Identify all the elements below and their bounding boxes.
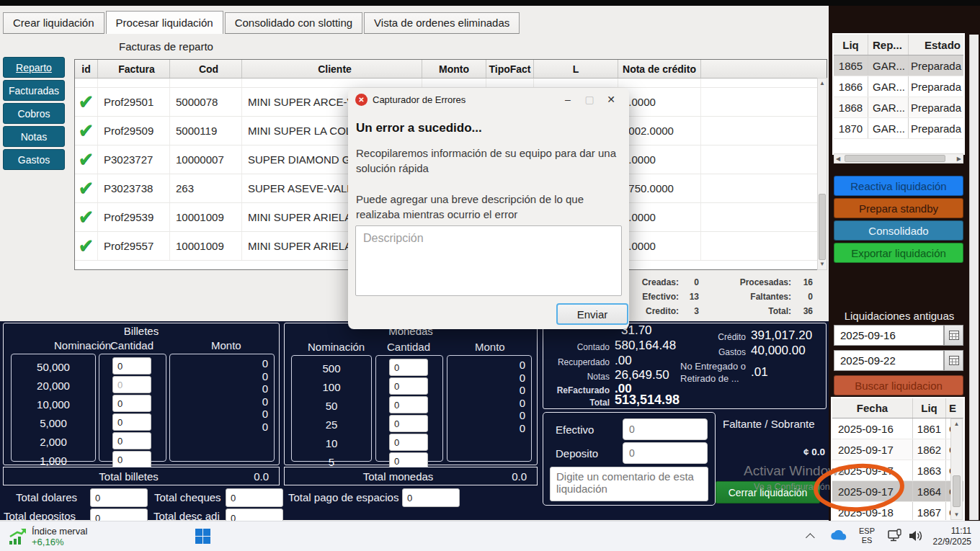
monedas-cantidad-input[interactable] bbox=[389, 359, 428, 376]
col-header-liq[interactable]: Liq bbox=[834, 35, 868, 55]
billetes-cantidad-input[interactable] bbox=[112, 451, 151, 468]
col-header-cod[interactable]: Cod bbox=[170, 60, 242, 78]
scroll-right-icon[interactable]: ▶ bbox=[957, 156, 961, 163]
tab-ordenes-eliminadas[interactable]: Vista de ordenes eliminadas bbox=[364, 12, 520, 34]
cell-nota-credito: 0.0000 bbox=[618, 232, 701, 260]
creadas-label: Creadas: bbox=[634, 277, 679, 287]
calendar-to-button[interactable] bbox=[944, 350, 963, 371]
exportar-liquidacion-button[interactable]: Exportar liquidación bbox=[834, 243, 963, 263]
monedas-cantidad-input[interactable] bbox=[389, 377, 428, 395]
maximize-icon[interactable]: ▢ bbox=[579, 94, 600, 105]
tab-crear-liquidacion[interactable]: Crear liquidación bbox=[3, 12, 104, 34]
col-header-cliente[interactable]: Cliente bbox=[242, 60, 422, 78]
tab-procesar-liquidacion[interactable]: Procesar liquidación bbox=[106, 11, 223, 34]
clock-date[interactable]: 11:11 22/9/2025 bbox=[928, 526, 971, 547]
monedas-cantidad-input[interactable] bbox=[389, 396, 428, 413]
window-right-scrollbar[interactable] bbox=[969, 35, 979, 520]
buscar-liquidacion-button[interactable]: Buscar liquidacion bbox=[834, 375, 963, 395]
sidebar-item-gastos[interactable]: Gastos bbox=[3, 149, 65, 170]
scrollbar-thumb[interactable] bbox=[953, 475, 961, 507]
scroll-up-icon[interactable]: ▲ bbox=[951, 421, 962, 428]
sidebar-item-notas[interactable]: Notas bbox=[3, 126, 65, 147]
start-button[interactable] bbox=[192, 525, 213, 547]
col-header-estado[interactable]: Estado bbox=[909, 35, 963, 55]
table-vertical-scrollbar[interactable]: ▲ ▼ bbox=[817, 78, 827, 270]
enviar-button[interactable]: Enviar bbox=[556, 303, 628, 325]
monedas-cantidad-input[interactable] bbox=[389, 434, 428, 451]
scrollbar-thumb[interactable] bbox=[845, 155, 945, 162]
cell-liq: 1867 bbox=[913, 502, 946, 520]
col-header-nota-credito[interactable]: Nota de crédito bbox=[618, 60, 701, 78]
tab-consolidado-slotting[interactable]: Consolidado con slotting bbox=[225, 12, 362, 34]
total-cheques-input[interactable] bbox=[226, 488, 283, 507]
col-header-rep[interactable]: Rep... bbox=[868, 35, 909, 55]
close-icon[interactable]: ✕ bbox=[600, 94, 622, 105]
monedas-panel: Monedas Nominación Cantidad Monto 500 10… bbox=[284, 323, 538, 465]
scroll-down-icon[interactable]: ▼ bbox=[818, 261, 827, 268]
billetes-nominaciones-box: 50,000 20,000 10,000 5,000 2,000 1,000 bbox=[11, 354, 96, 462]
cell-liq: 1868 bbox=[834, 97, 868, 117]
cloud-icon bbox=[829, 529, 847, 543]
table-row-partial[interactable]: ✔ bbox=[75, 79, 827, 88]
col-header-fecha[interactable]: Fecha bbox=[832, 398, 913, 418]
consolidado-button[interactable]: Consolidado bbox=[834, 220, 963, 241]
gastos-label: Gastos bbox=[688, 347, 746, 357]
billetes-cantidad-input[interactable] bbox=[112, 432, 151, 449]
monedas-cantidad-input[interactable] bbox=[389, 415, 428, 432]
language-indicator[interactable]: ESP ES bbox=[859, 527, 875, 545]
tray-chevron-button[interactable] bbox=[808, 533, 815, 539]
liq-table-h-scrollbar[interactable]: ◀ ▶ bbox=[834, 153, 963, 163]
sidebar-item-reparto[interactable]: Reparto bbox=[3, 57, 65, 78]
billetes-cantidad-input[interactable] bbox=[112, 357, 151, 375]
total-pago-espacios-input[interactable] bbox=[402, 488, 460, 507]
onedrive-button[interactable] bbox=[829, 529, 847, 546]
billetes-cantidad-input[interactable] bbox=[112, 376, 151, 393]
fecha-row[interactable]: 2025-09-17 1862 C bbox=[832, 439, 963, 460]
scroll-up-icon[interactable]: ▲ bbox=[818, 80, 827, 87]
liq-row[interactable]: 1868 GAR... Preparada bbox=[834, 97, 963, 118]
fecha-row[interactable]: 2025-09-16 1861 C bbox=[832, 418, 963, 439]
col-header-factura[interactable]: Factura bbox=[98, 60, 170, 78]
network-button[interactable] bbox=[888, 529, 904, 546]
total-dolares-input[interactable] bbox=[90, 488, 148, 507]
stats-block-right: Procesadas:16 Faltantes:0 Total:36 bbox=[728, 277, 813, 316]
scroll-left-icon[interactable]: ◀ bbox=[836, 156, 840, 163]
prepara-standby-button[interactable]: Prepara standby bbox=[834, 198, 963, 218]
billetes-cantidad-input[interactable] bbox=[112, 413, 151, 431]
weather-widget[interactable]: Índice merval +6,16% bbox=[7, 526, 87, 547]
tray-time: 11:11 bbox=[928, 526, 971, 537]
reactiva-liquidacion-button[interactable]: Reactiva liquidación bbox=[834, 176, 963, 196]
fecha-table-v-scrollbar[interactable]: ▲ ▼ bbox=[950, 418, 963, 520]
billetes-montos-box: 0 0 0 0 0 0 bbox=[169, 354, 275, 462]
col-header-l[interactable]: L bbox=[534, 60, 618, 78]
scroll-down-icon[interactable]: ▼ bbox=[951, 511, 962, 519]
cell-cod: 5000078 bbox=[170, 88, 242, 116]
date-from-input[interactable] bbox=[834, 325, 944, 346]
efectivo-input[interactable] bbox=[623, 418, 708, 440]
cell-liq: 1866 bbox=[834, 76, 868, 97]
error-dialog: ✕ Capturador de Errores – ▢ ✕ Un error a… bbox=[348, 88, 629, 329]
scrollbar-thumb[interactable] bbox=[819, 194, 826, 260]
sidebar-item-cobros[interactable]: Cobros bbox=[3, 103, 65, 124]
col-header-tipofact[interactable]: TipoFact bbox=[486, 60, 534, 78]
liq-row[interactable]: 1866 GAR... Preparada bbox=[834, 76, 963, 97]
calendar-from-button[interactable] bbox=[944, 325, 963, 346]
cell-factura: Prof29509 bbox=[98, 117, 170, 145]
task-view-button[interactable] bbox=[382, 547, 404, 551]
comment-textarea[interactable] bbox=[550, 467, 708, 501]
descripcion-textarea[interactable] bbox=[355, 225, 622, 296]
minimize-icon[interactable]: – bbox=[557, 94, 579, 105]
liq-row[interactable]: 1870 GAR... Preparada bbox=[834, 118, 963, 139]
date-to-input[interactable] bbox=[834, 350, 944, 371]
liq-row-selected[interactable]: 1865 GAR... Preparada bbox=[834, 55, 963, 76]
billetes-cantidad-input[interactable] bbox=[112, 395, 151, 412]
col-header-id[interactable]: id bbox=[75, 60, 98, 78]
volume-button[interactable] bbox=[908, 529, 924, 546]
col-header-estado-clipped[interactable]: E bbox=[946, 398, 963, 418]
col-header-liq[interactable]: Liq bbox=[913, 398, 946, 418]
sidebar-item-facturadas[interactable]: Facturadas bbox=[3, 80, 65, 101]
col-header-monto[interactable]: Monto bbox=[422, 60, 486, 78]
deposito-input[interactable] bbox=[623, 442, 708, 464]
dialog-titlebar[interactable]: ✕ Capturador de Errores – ▢ ✕ bbox=[348, 88, 629, 111]
billetes-header-cantidad: Cantidad bbox=[110, 339, 153, 351]
